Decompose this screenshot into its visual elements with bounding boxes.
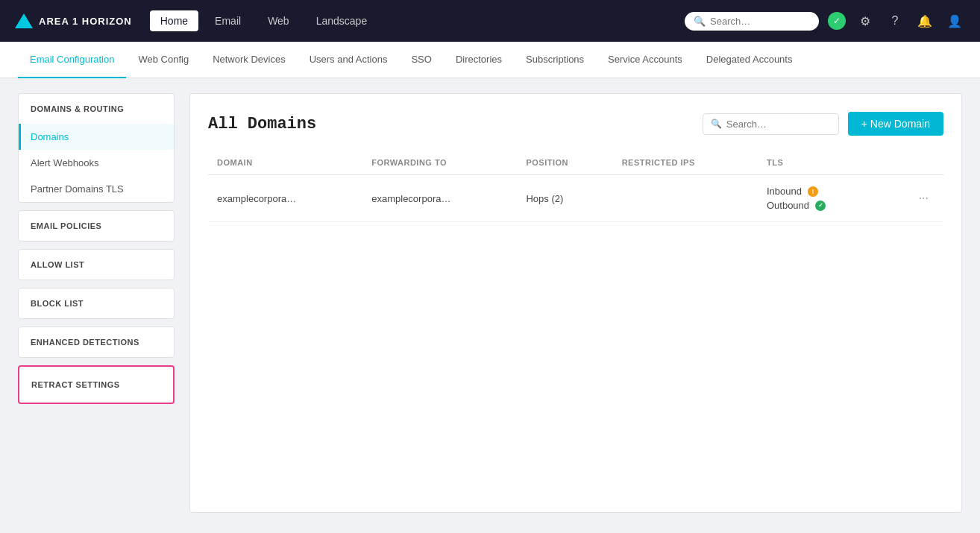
second-nav: Email Configuration Web Config Network D… — [0, 42, 980, 78]
cell-position: Hops (2) — [517, 175, 612, 222]
sidebar-section-block-list[interactable]: BLOCK LIST — [18, 288, 175, 319]
sidebar-item-retract-settings[interactable]: RETRACT SETTINGS — [18, 365, 175, 404]
top-search-box: 🔍 — [685, 12, 819, 31]
sidebar-section-enhanced-detections[interactable]: ENHANCED DETECTIONS — [18, 327, 175, 358]
tab-sso[interactable]: SSO — [399, 42, 443, 78]
new-domain-button[interactable]: + New Domain — [848, 112, 943, 136]
sidebar-section-title-domains: DOMAINS & ROUTING — [19, 94, 174, 124]
nav-web[interactable]: Web — [257, 10, 300, 31]
sidebar: DOMAINS & ROUTING Domains Alert Webhooks… — [18, 93, 175, 513]
cell-tls: Inbound Outbound — [758, 175, 880, 222]
sidebar-item-partner-domains-tls[interactable]: Partner Domains TLS — [19, 176, 174, 202]
sidebar-item-alert-webhooks[interactable]: Alert Webhooks — [19, 150, 174, 176]
sidebar-item-enhanced-detections[interactable]: ENHANCED DETECTIONS — [19, 327, 174, 357]
main-content: All Domains 🔍 + New Domain DOMAIN FORWAR… — [189, 93, 962, 513]
logo-text: AREA 1 HORIZON — [39, 16, 132, 27]
top-nav: AREA 1 HORIZON Home Email Web Landscape … — [0, 0, 980, 42]
settings-icon[interactable]: ⚙ — [855, 10, 876, 31]
tab-network-devices[interactable]: Network Devices — [201, 42, 298, 78]
cell-forwarding: examplecorpora… — [362, 175, 517, 222]
domains-search-input[interactable] — [726, 119, 831, 130]
page-title: All Domains — [208, 115, 316, 133]
sidebar-item-allow-list[interactable]: ALLOW LIST — [19, 250, 174, 280]
content-header: All Domains 🔍 + New Domain — [208, 112, 943, 136]
cell-row-actions: ··· — [880, 175, 943, 222]
col-actions — [880, 151, 943, 175]
sidebar-section-email-policies[interactable]: EMAIL POLICIES — [18, 210, 175, 242]
tab-email-configuration[interactable]: Email Configuration — [18, 42, 126, 78]
sidebar-item-email-policies[interactable]: EMAIL POLICIES — [19, 211, 174, 241]
tls-outbound-row: Outbound — [767, 200, 871, 211]
domains-search-field: 🔍 — [703, 113, 839, 135]
col-tls: TLS — [758, 151, 880, 175]
tab-web-config[interactable]: Web Config — [126, 42, 201, 78]
top-search-area: 🔍 ✓ ⚙ ? 🔔 👤 — [685, 10, 965, 31]
sidebar-section-allow-list[interactable]: ALLOW LIST — [18, 249, 175, 280]
header-right: 🔍 + New Domain — [703, 112, 943, 136]
help-icon[interactable]: ? — [885, 10, 905, 31]
main-layout: DOMAINS & ROUTING Domains Alert Webhooks… — [0, 78, 980, 528]
tls-inbound-label: Inbound — [767, 186, 802, 197]
cell-domain: examplecorpora… — [208, 175, 362, 222]
tab-service-accounts[interactable]: Service Accounts — [596, 42, 694, 78]
outbound-status-icon — [815, 201, 826, 211]
search-icon: 🔍 — [711, 119, 722, 129]
tls-cell: Inbound Outbound — [767, 186, 871, 211]
col-forwarding: FORWARDING TO — [362, 151, 517, 175]
col-position: POSITION — [517, 151, 612, 175]
sidebar-item-domains[interactable]: Domains — [19, 124, 174, 150]
col-restricted-ips: RESTRICTED IPS — [613, 151, 758, 175]
nav-email[interactable]: Email — [204, 10, 251, 31]
tab-users-actions[interactable]: Users and Actions — [298, 42, 400, 78]
search-icon: 🔍 — [694, 16, 706, 27]
shield-status-icon: ✓ — [828, 12, 846, 30]
row-actions: ··· — [889, 189, 935, 208]
tab-delegated-accounts[interactable]: Delegated Accounts — [694, 42, 805, 78]
tls-inbound-row: Inbound — [767, 186, 871, 197]
sidebar-section-domains-routing: DOMAINS & ROUTING Domains Alert Webhooks… — [18, 93, 175, 203]
more-options-button[interactable]: ··· — [913, 189, 935, 208]
user-icon[interactable]: 👤 — [944, 10, 965, 31]
inbound-status-icon — [808, 186, 818, 197]
logo-icon — [15, 13, 33, 28]
domains-table: DOMAIN FORWARDING TO POSITION RESTRICTED… — [208, 151, 943, 222]
top-search-input[interactable] — [710, 16, 810, 27]
nav-home[interactable]: Home — [150, 10, 198, 31]
tab-directories[interactable]: Directories — [444, 42, 514, 78]
sidebar-item-block-list[interactable]: BLOCK LIST — [19, 288, 174, 318]
col-domain: DOMAIN — [208, 151, 362, 175]
tls-outbound-label: Outbound — [767, 200, 809, 211]
table-row: examplecorpora… examplecorpora… Hops (2)… — [208, 175, 943, 222]
nav-landscape[interactable]: Landscape — [306, 10, 378, 31]
cell-restricted-ips — [613, 175, 758, 222]
notifications-icon[interactable]: 🔔 — [914, 10, 935, 31]
tab-subscriptions[interactable]: Subscriptions — [514, 42, 596, 78]
logo-area: AREA 1 HORIZON — [15, 13, 132, 28]
